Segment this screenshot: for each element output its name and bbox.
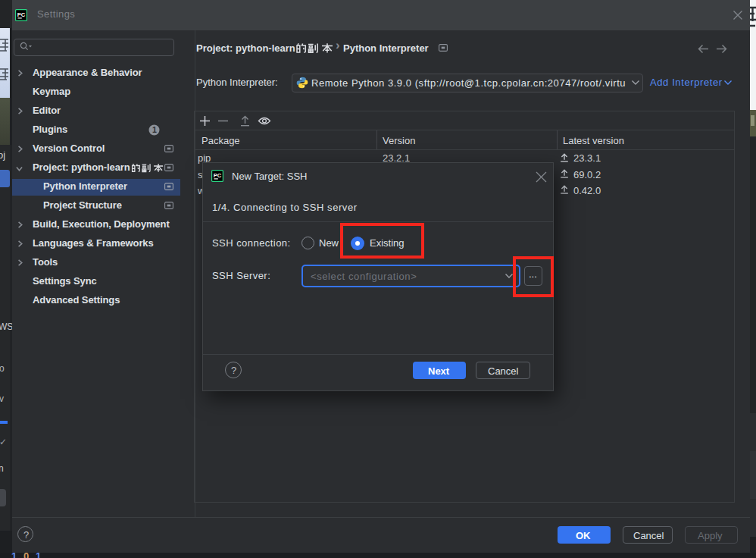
svg-text:PC: PC: [214, 172, 222, 179]
svg-text:PC: PC: [17, 11, 26, 18]
svg-text:1: 1: [152, 125, 157, 134]
